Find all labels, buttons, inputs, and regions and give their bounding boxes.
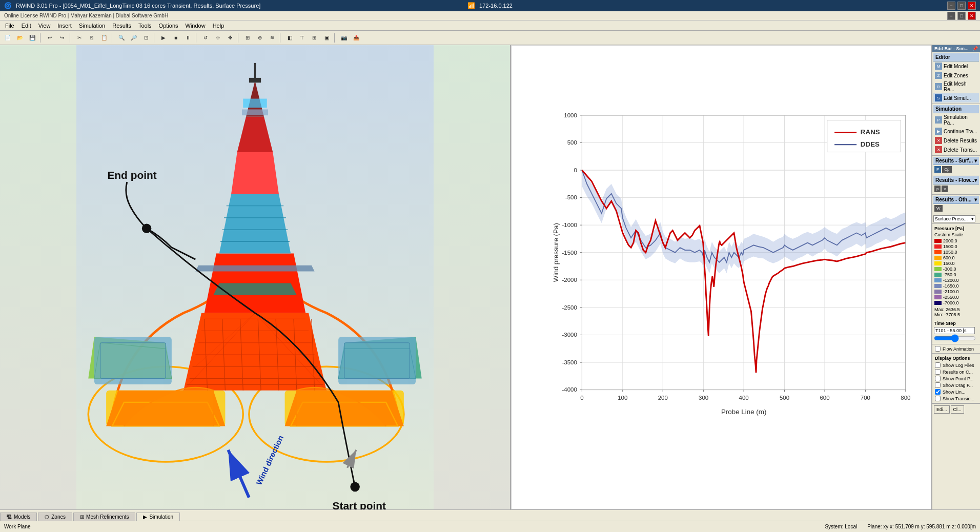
results-flow-dropdown[interactable]: ▾	[974, 177, 977, 183]
swatch-10	[934, 295, 942, 299]
menu-view[interactable]: View	[35, 22, 54, 29]
tb-zoom-in[interactable]: 🔍	[116, 32, 127, 44]
show-lin-label: Show Lin...	[943, 390, 966, 395]
tb-probe[interactable]: ⊕	[254, 32, 266, 44]
maximize-button[interactable]: □	[957, 2, 966, 10]
tb-sep4	[154, 33, 156, 43]
tb-copy[interactable]: ⎘	[86, 32, 97, 44]
close-button[interactable]: ✕	[968, 2, 976, 10]
tb-rotate[interactable]: ↺	[200, 32, 211, 44]
tb-mesh[interactable]: ⊞	[242, 32, 253, 44]
svg-text:0: 0	[574, 167, 577, 173]
tb-wind[interactable]: ≋	[267, 32, 278, 44]
swatch-1	[934, 244, 942, 249]
end-point-label-text: End point	[107, 169, 156, 181]
show-transie-checkbox[interactable]	[935, 396, 941, 401]
delete-trans-item[interactable]: ✕ Delete Trans...	[933, 145, 979, 154]
display-options-title: Display Options	[933, 355, 979, 362]
menu-insert[interactable]: Insert	[54, 22, 75, 29]
tb-iso[interactable]: ◧	[284, 32, 295, 44]
sec-minimize[interactable]: −	[947, 12, 955, 20]
menu-options[interactable]: Options	[156, 22, 181, 29]
show-log-files-checkbox[interactable]	[935, 362, 941, 368]
results-on-c-checkbox[interactable]	[935, 369, 941, 375]
tb-open[interactable]: 📂	[14, 32, 26, 44]
svg-text:-1000: -1000	[562, 222, 577, 228]
tb-select[interactable]: ⊹	[212, 32, 223, 44]
secondary-bar: Online License RWIND Pro | Mahyar Kazemi…	[0, 11, 980, 21]
menu-window[interactable]: Window	[182, 22, 209, 29]
tb-side[interactable]: ▣	[321, 32, 332, 44]
results-cp-btn[interactable]: Cp	[942, 166, 951, 173]
tab-simulation[interactable]: ▶ Simulation	[136, 513, 180, 521]
tb-export[interactable]: 📤	[351, 32, 362, 44]
tb-stop[interactable]: ■	[170, 32, 181, 44]
edit-model-item[interactable]: M Edit Model	[933, 62, 979, 71]
continue-trans-item[interactable]: ▶ Continue Tra...	[933, 127, 979, 136]
menu-file[interactable]: File	[2, 22, 17, 29]
tb-move[interactable]: ✥	[224, 32, 236, 44]
menu-help[interactable]: Help	[210, 22, 228, 29]
sim-params-item[interactable]: P Simulation Pa...	[933, 113, 979, 127]
tb-pause[interactable]: ⏸	[182, 32, 194, 44]
panel-pin[interactable]: 📌	[972, 46, 978, 51]
pressure-unit-label: Pressure [Pa]	[934, 226, 978, 231]
delete-results-item[interactable]: ✕ Delete Results	[933, 136, 979, 145]
tb-cut[interactable]: ✂	[74, 32, 85, 44]
time-step-title: Time Step	[934, 321, 978, 326]
tab-mesh-refinements[interactable]: ⊞ Mesh Refinements	[73, 513, 135, 521]
results-oth-label: Results - Oth...	[935, 197, 972, 202]
sec-close[interactable]: ✕	[968, 12, 976, 20]
tb-sep6	[238, 33, 240, 43]
show-drag-f-label: Show Drag F...	[943, 383, 973, 388]
tb-zoom-out[interactable]: 🔎	[128, 32, 139, 44]
results-surf-label: Results - Surf...	[935, 158, 973, 163]
tb-redo[interactable]: ↪	[56, 32, 68, 44]
eiffel-viewport[interactable]: Wind direction End point Start point	[0, 45, 511, 509]
edit-mesh-item[interactable]: R Edit Mesh Re...	[933, 80, 979, 93]
menu-simulation[interactable]: Simulation	[76, 22, 108, 29]
time-step-input[interactable]	[934, 327, 975, 334]
tab-zones[interactable]: ⬡ Zones	[38, 513, 72, 521]
tb-save[interactable]: 💾	[27, 32, 38, 44]
results-oth-dropdown[interactable]: ▾	[974, 197, 977, 202]
bottom-panel-buttons: Edi... Cl...	[932, 403, 980, 415]
flow-v-btn[interactable]: v	[942, 186, 948, 192]
swatch-4	[934, 261, 942, 265]
tb-fit[interactable]: ⊡	[140, 32, 152, 44]
tb-paste[interactable]: 📋	[98, 32, 110, 44]
flow-animation-checkbox[interactable]	[935, 346, 941, 352]
tb-new[interactable]: 📄	[2, 32, 13, 44]
edit-bar-btn[interactable]: Edi...	[934, 405, 950, 414]
tb-top[interactable]: ⊤	[296, 32, 308, 44]
tb-undo[interactable]: ↩	[44, 32, 55, 44]
tab-models[interactable]: 🏗 Models	[0, 513, 37, 521]
menu-tools[interactable]: Tools	[135, 22, 155, 29]
show-drag-f-checkbox[interactable]	[935, 382, 941, 388]
minimize-button[interactable]: −	[947, 2, 955, 10]
show-lin-checkbox[interactable]	[935, 389, 941, 395]
tb-render[interactable]: ▶	[158, 32, 169, 44]
oth-w-btn[interactable]: W	[934, 205, 943, 212]
show-point-p-checkbox[interactable]	[935, 376, 941, 381]
surface-pressure-dropdown[interactable]: Surface Press... ▾	[933, 215, 975, 222]
svg-text:800: 800	[901, 395, 910, 401]
close-panel-btn[interactable]: Cl...	[951, 405, 964, 414]
results-surf-dropdown[interactable]: ▾	[974, 158, 977, 163]
edit-zones-item[interactable]: Z Edit Zones	[933, 71, 979, 80]
svg-rect-40	[249, 78, 261, 83]
sec-maximize[interactable]: □	[957, 12, 966, 20]
time-slider[interactable]	[934, 335, 976, 341]
editor-section-title: Editor	[933, 53, 979, 62]
results-p-btn[interactable]: P	[934, 166, 941, 173]
edit-simul-item[interactable]: S Edit Simul...	[933, 93, 979, 103]
menu-results[interactable]: Results	[109, 22, 134, 29]
swatch-2	[934, 250, 942, 254]
svg-text:Wind pressure (Pa): Wind pressure (Pa)	[553, 223, 560, 282]
tb-front[interactable]: ⊞	[309, 32, 320, 44]
pressure-chart: 1000 500 0 -500 -1000 -1500 -2000 -2500 …	[553, 56, 915, 488]
flow-p-btn[interactable]: p	[934, 186, 941, 192]
tb-screenshot[interactable]: 📷	[338, 32, 350, 44]
menu-edit[interactable]: Edit	[18, 22, 34, 29]
simulation-section-title: Simulation	[933, 105, 979, 113]
